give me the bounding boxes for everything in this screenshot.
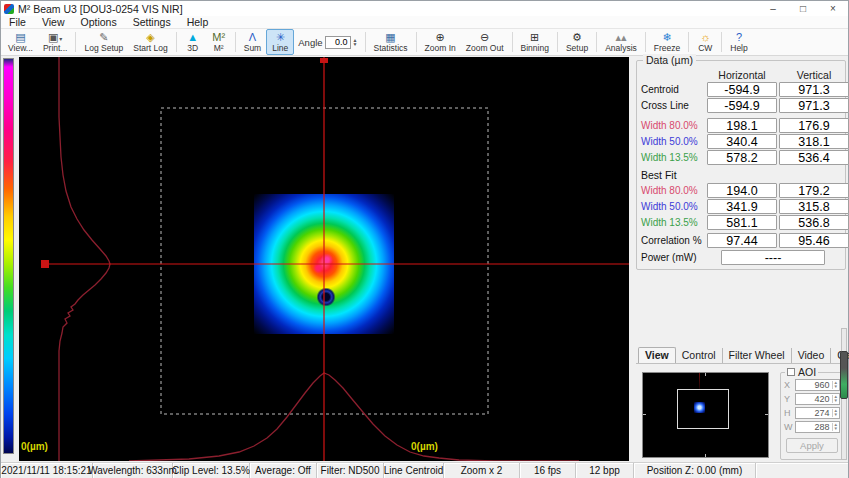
cw-icon: ☼	[700, 31, 710, 43]
m2-icon: M²	[212, 31, 225, 43]
zoom-out-button[interactable]: ⊖ Zoom Out	[461, 29, 509, 55]
angle-spinner[interactable]: ▲▼	[353, 38, 358, 46]
width-50-horizontal: 340.4	[707, 134, 777, 149]
cross-line-horizontal: -594.9	[707, 98, 777, 113]
toolbar: ▤ View... ▣▾ Print... ✎ Log Setup ◈ Star…	[1, 29, 848, 56]
close-button[interactable]: ×	[818, 1, 848, 16]
status-empty	[756, 463, 848, 478]
intensity-colorbar	[3, 58, 14, 454]
aoi-w-input[interactable]	[796, 422, 832, 432]
toolbar-separator	[365, 32, 366, 52]
setup-button[interactable]: ⚙ Setup	[561, 29, 593, 55]
table-row-bf-width-13: Width 13.5% 581.1 536.8	[641, 215, 841, 230]
apply-button[interactable]: Apply	[786, 438, 838, 453]
line-button[interactable]: ✳ Line	[266, 29, 294, 55]
toolbar-separator	[645, 32, 646, 52]
horizontal-profile-curve	[129, 373, 579, 461]
cw-button[interactable]: ☼ CW	[692, 29, 718, 55]
table-row-width-80: Width 80.0% 198.1 176.9	[641, 118, 841, 133]
analysis-button[interactable]: ▴▴ Analysis	[600, 29, 642, 55]
angle-label: Angle	[298, 37, 322, 48]
right-panel: Data (µm) Horizontal Vertical Centroid -…	[634, 56, 848, 462]
zoom-in-button[interactable]: ⊕ Zoom In	[420, 29, 461, 55]
3d-icon: ▲	[187, 31, 198, 43]
aoi-x-spinner[interactable]: ▲▼	[832, 381, 839, 389]
power-value: ----	[721, 250, 825, 265]
tab-view[interactable]: View	[638, 347, 676, 363]
aoi-x-label: X	[784, 380, 793, 390]
binning-button[interactable]: ⊞ Binning	[516, 29, 554, 55]
data-group-title: Data (µm)	[643, 54, 696, 66]
table-row-centroid: Centroid -594.9 971.3	[641, 82, 841, 97]
toolbar-separator	[688, 32, 689, 52]
gain-slider-thumb[interactable]	[840, 351, 848, 399]
start-log-button[interactable]: ◈ Start Log	[128, 29, 173, 55]
width-80-horizontal: 198.1	[707, 118, 777, 133]
aoi-h-input[interactable]	[796, 408, 832, 418]
table-row-cross-line: Cross Line -594.9 971.3	[641, 98, 841, 113]
print-button[interactable]: ▣▾ Print...	[38, 29, 73, 55]
status-bar: 2021/11/11 18:15:21 Wavelength: 633nm Cl…	[1, 462, 848, 478]
menu-view[interactable]: View	[34, 16, 73, 28]
log-setup-button[interactable]: ✎ Log Setup	[79, 29, 128, 55]
main-area: 0(µm) 0(µm) Data (µm) Horizontal Vertica…	[1, 56, 848, 462]
bf-width-80-vertical: 179.2	[779, 183, 849, 198]
aoi-y-input[interactable]	[796, 394, 832, 404]
menu-file[interactable]: File	[1, 16, 34, 28]
bf-width-50-vertical: 315.8	[779, 199, 849, 214]
statistics-button[interactable]: ▦ Statistics	[369, 29, 413, 55]
statistics-icon: ▦	[385, 31, 395, 43]
crosshair[interactable]	[41, 57, 629, 461]
menu-options[interactable]: Options	[73, 16, 125, 28]
angle-input[interactable]	[325, 36, 351, 49]
3d-button[interactable]: ▲ 3D	[180, 29, 206, 55]
toolbar-separator	[596, 32, 597, 52]
toolbar-separator	[512, 32, 513, 52]
help-icon: ?	[736, 31, 742, 43]
sum-button[interactable]: Λ Sum	[239, 29, 266, 55]
aoi-y-label: Y	[784, 394, 793, 404]
origin-label-bottom: 0(µm)	[411, 441, 438, 452]
data-group: Data (µm) Horizontal Vertical Centroid -…	[636, 60, 846, 270]
preview-beam-spot	[694, 402, 705, 413]
aoi-w-spinner[interactable]: ▲▼	[832, 423, 839, 431]
aoi-x-input[interactable]	[796, 380, 832, 390]
best-fit-label: Best Fit	[641, 169, 841, 181]
freeze-icon: ❄	[662, 31, 671, 43]
col-header-horizontal: Horizontal	[707, 69, 777, 81]
freeze-button[interactable]: ❄ Freeze	[649, 29, 685, 55]
app-window: M² Beam U3 [DOU3-0254 VIS NIR] – □ × Fil…	[0, 0, 849, 478]
minimize-button[interactable]: –	[758, 1, 788, 16]
aoi-checkbox[interactable]	[787, 368, 795, 376]
start-log-icon: ◈	[146, 31, 154, 43]
status-average: Average: Off	[250, 463, 317, 478]
aoi-h-spinner[interactable]: ▲▼	[832, 409, 839, 417]
aoi-y-spinner[interactable]: ▲▼	[832, 395, 839, 403]
status-wavelength: Wavelength: 633nm	[93, 463, 173, 478]
preview-crosshair-line	[699, 373, 700, 389]
zoom-out-icon: ⊖	[480, 31, 489, 43]
bf-width-13-horizontal: 581.1	[707, 215, 777, 230]
tab-filter-wheel[interactable]: Filter Wheel	[723, 348, 792, 363]
line-icon: ✳	[276, 31, 285, 43]
maximize-button[interactable]: □	[788, 1, 818, 16]
help-button[interactable]: ? Help	[725, 29, 752, 55]
binning-icon: ⊞	[530, 31, 539, 43]
camera-preview[interactable]	[642, 372, 769, 458]
aoi-label: AOI	[798, 366, 816, 378]
menu-settings[interactable]: Settings	[125, 16, 179, 28]
width-13-horizontal: 578.2	[707, 150, 777, 165]
cross-line-vertical: 971.3	[779, 98, 849, 113]
power-label: Power (mW)	[641, 252, 719, 263]
col-header-vertical: Vertical	[779, 69, 849, 81]
menu-help[interactable]: Help	[179, 16, 217, 28]
beam-display[interactable]: 0(µm) 0(µm)	[19, 57, 629, 461]
m2-button[interactable]: M² M²	[206, 29, 232, 55]
view-button[interactable]: ▤ View...	[3, 29, 38, 55]
status-bpp: 12 bpp	[576, 463, 634, 478]
status-filter: Filter: ND500	[317, 463, 384, 478]
tab-control[interactable]: Control	[676, 348, 723, 363]
width-13-vertical: 536.4	[779, 150, 849, 165]
tab-video[interactable]: Video	[792, 348, 832, 363]
gain-slider[interactable]	[841, 328, 847, 460]
